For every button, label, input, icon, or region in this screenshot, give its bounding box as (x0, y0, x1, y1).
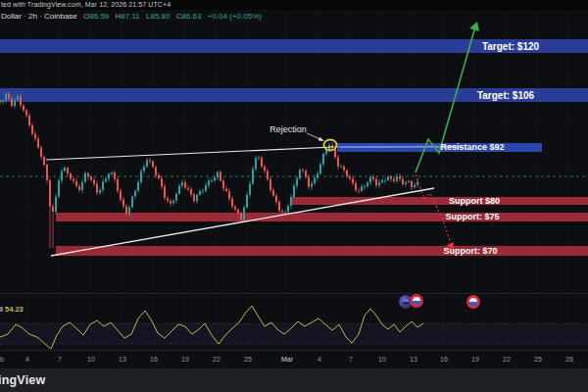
symbol-legend-row: Dollar · 2h · Coinbase O86.59 H87.11 L85… (1, 12, 262, 21)
time-axis-label: 7 (349, 356, 353, 363)
support-75-band[interactable] (56, 213, 588, 221)
time-axis-label: 28 (565, 356, 573, 363)
tradingview-logo[interactable]: ingView (0, 373, 45, 387)
time-axis-label: 22 (213, 356, 220, 363)
support-70-band[interactable] (56, 246, 588, 256)
rejection-label: Rejection (270, 124, 307, 134)
time-axis-label: 25 (534, 356, 542, 363)
symbol-title[interactable]: Dollar · 2h · Coinbase (1, 12, 77, 21)
reaction-badge-icon[interactable] (466, 295, 480, 309)
reaction-badge-icon[interactable] (410, 294, 423, 308)
rsi-value-label: 54.23 (5, 305, 24, 314)
time-axis-label: 22 (503, 356, 511, 363)
target-106-label: Target: $106 (477, 90, 534, 101)
support-75-label: Support: $75 (445, 212, 499, 221)
low-value: 85.80 (150, 12, 170, 21)
badge-glyph-icon (403, 299, 409, 305)
time-axis-label: 13 (119, 356, 126, 363)
footer-bar: ingView (0, 368, 588, 392)
time-axis-label: 19 (471, 356, 479, 363)
badge-glyph-icon (413, 297, 420, 305)
tradingview-snapshot: ted with TradingView.com, Mar 12, 2026 2… (0, 0, 588, 392)
close-value: 86.63 (182, 12, 202, 21)
support-70-label: Support: $70 (443, 246, 497, 256)
time-axis-label: 16 (150, 356, 158, 363)
time-axis-label: 4 (318, 356, 321, 363)
time-axis-label: 7 (58, 356, 62, 363)
cropped-indicator-icon (0, 307, 3, 312)
support-80-label: Support $80 (449, 196, 500, 206)
time-axis[interactable]: b47101316192225Mar4710131619222528 (0, 351, 588, 368)
attribution-bar: ted with TradingView.com, Mar 12, 2026 2… (0, 0, 588, 10)
time-axis-label: Mar (281, 356, 293, 363)
time-axis-label: 10 (87, 356, 95, 363)
open-value: 86.59 (89, 12, 109, 21)
time-axis-label: 13 (410, 356, 417, 363)
attribution-text: ted with TradingView.com, Mar 12, 2026 2… (1, 1, 171, 8)
badge-glyph-icon (469, 298, 477, 306)
time-axis-label: 16 (440, 356, 448, 363)
time-axis-label: 4 (25, 356, 29, 363)
time-axis-label: 25 (244, 356, 252, 363)
target-120-label: Target: $120 (482, 41, 539, 52)
time-axis-label: b (0, 356, 4, 363)
high-value: 87.11 (121, 12, 139, 21)
change-value: +0.04 (+0.05%) (208, 12, 262, 21)
support-80-band[interactable] (292, 197, 588, 205)
time-axis-label: 10 (378, 356, 386, 363)
resistance-92-label: Resistance $92 (440, 142, 504, 152)
time-axis-label: 19 (181, 356, 189, 363)
